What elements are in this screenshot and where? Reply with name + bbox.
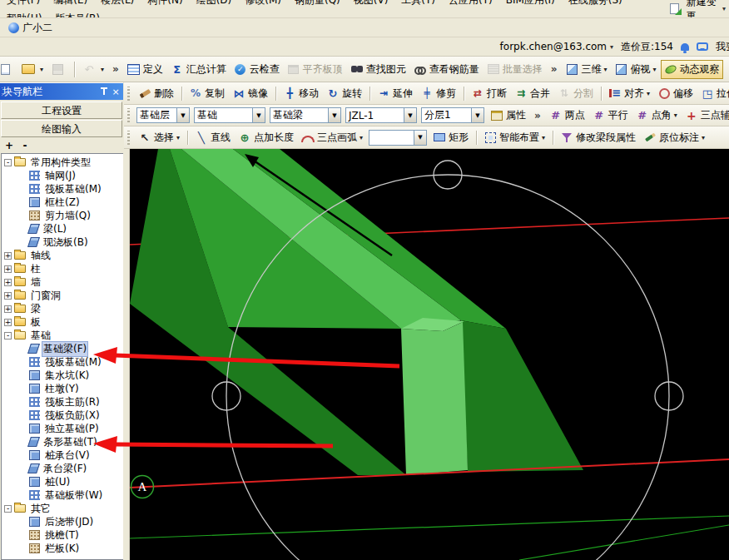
new-file-button[interactable] [0,61,17,77]
tree-item[interactable]: 框柱(Z) [2,196,123,209]
tree-item[interactable]: 后浇带(JD) [2,515,123,528]
tree-item[interactable]: 基础板带(W) [2,488,123,502]
tree-item[interactable]: 现浇板(B) [2,235,123,249]
edit-tool-button[interactable]: 打断 ▾ [468,84,510,103]
tree-expander-icon[interactable] [19,518,27,526]
tree-item[interactable]: 挑檐(T) [2,528,123,542]
tree-expander-icon[interactable] [19,212,27,220]
tree-item[interactable]: 梁(L) [2,222,123,235]
undo-button[interactable]: ▾ [79,61,107,77]
tree-item[interactable]: 栏板(K) [2,542,123,555]
drawing-viewport[interactable]: A [130,149,729,560]
menu-item[interactable]: 云应用(Y) [442,0,499,6]
toolbar-button[interactable]: 查找图元 ▾ [347,60,409,79]
tree-item[interactable]: 剪力墙(Q) [2,209,123,222]
menu-item[interactable]: 构件(N) [141,0,189,6]
view-mode-button[interactable]: 三维 ▾ [563,60,611,79]
menu-item[interactable]: 在线服务(S) [562,0,629,6]
axis-tool-button[interactable]: 两点 ▾ [546,106,588,125]
context-combo[interactable]: 基础 ▼ [194,107,265,123]
open-file-button[interactable]: ▾ [18,61,47,77]
bell-icon[interactable] [681,43,689,51]
edit-tool-button[interactable]: 合并 ▾ [511,84,553,103]
menu-item[interactable]: 绘图(D) [190,0,239,6]
context-combo[interactable]: 基础层 ▼ [136,107,190,123]
tree-item[interactable]: 条形基础(T) [2,435,123,448]
edit-tool-button[interactable]: 移动 ▾ [280,84,322,103]
view-mode-button[interactable]: 俯视 ▾ [612,60,660,79]
edit-tool-button[interactable]: 偏移 ▾ [654,84,697,103]
axis-tool-button[interactable]: 三点辅轴 ▾ [682,106,729,125]
tree-expander-icon[interactable] [19,465,27,473]
tree-expander-icon[interactable] [19,439,27,446]
combo-dropdown-button[interactable]: ▼ [471,108,484,122]
context-combo[interactable]: 基础梁 ▼ [270,107,341,123]
edit-tool-button[interactable]: 删除 ▾ [135,84,177,103]
properties-button[interactable]: 属性 [487,106,529,125]
drawing-canvas[interactable]: A [130,149,729,560]
tree-item[interactable]: + 柱 [2,262,123,275]
tree-expander-icon[interactable]: + [4,265,12,273]
tree-expander-icon[interactable] [19,359,27,366]
tree-item[interactable]: 桩承台(V) [2,448,123,462]
tree-expander-icon[interactable]: + [4,319,12,326]
edit-tool-button[interactable]: 修剪 ▾ [417,84,459,103]
tree-expander-icon[interactable] [19,372,27,379]
combo-dropdown-button[interactable]: ▼ [328,108,340,122]
tree-item[interactable]: 筏板主筋(R) [2,395,123,409]
toolbar-grip[interactable] [127,131,130,145]
tree-expander-icon[interactable] [19,492,27,499]
pin-icon[interactable] [98,86,110,97]
tree-item[interactable]: 轴网(J) [2,169,123,182]
toolbar-overflow-chevron[interactable]: » [547,63,562,75]
tree-expander-icon[interactable]: + [4,252,12,260]
draw-tool-button[interactable]: 点加长度 ▾ [235,128,297,147]
tree-expander-icon[interactable] [19,385,27,393]
tree-item[interactable]: 独立基础(P) [2,422,123,435]
credit-badge[interactable]: 造价豆:154 [621,40,673,54]
tree-expander-icon[interactable]: - [4,505,12,513]
menu-item[interactable]: 帮助(H) [0,12,48,19]
tree-expander-icon[interactable] [19,478,27,486]
menu-item[interactable]: 编辑(E) [47,0,94,6]
menu-item[interactable]: 楼层(L) [94,0,141,6]
toolbar-button[interactable]: 定义 ▾ [124,60,166,79]
navigation-mode-tab[interactable]: 绘图输入 [1,120,122,137]
axis-tool-button[interactable]: 点角 ▾ [632,106,681,125]
tree-expander-icon[interactable]: + [4,305,12,313]
draw-tool-button[interactable]: 修改梁段属性 ▾ [557,128,639,147]
edit-tool-button[interactable]: 对齐 ▾ [605,84,653,103]
tree-expander-icon[interactable] [19,452,27,459]
draw-tool-button[interactable]: 三点画弧 ▾ [298,128,366,147]
draw-tool-button[interactable]: 原位标注 ▾ [640,128,708,147]
tree-item[interactable]: 筏板基础(M) [2,355,123,369]
tree-item[interactable]: 桩(U) [2,475,123,488]
view-mode-button[interactable]: 动态观察 ▾ [661,60,723,79]
context-combo[interactable]: 分层1 ▼ [421,107,484,123]
message-icon[interactable] [697,42,708,51]
tree-item[interactable]: 柱墩(Y) [2,382,123,395]
tree-expander-icon[interactable] [19,532,27,539]
draw-tool-button[interactable]: 矩形 ▾ [429,128,472,147]
menu-item[interactable]: BIM应用(I) [499,0,562,6]
draw-tool-button[interactable]: 智能布置 ▾ [480,128,548,147]
tree-item[interactable]: + 门窗洞 [2,289,123,302]
edit-tool-button[interactable]: 旋转 ▾ [323,84,365,103]
context-combo[interactable]: JZL-1 ▼ [345,107,417,123]
tree-item[interactable]: 集水坑(K) [2,369,123,382]
help-link[interactable]: 我要 [716,40,729,54]
draw-tool-button[interactable]: 直线 ▾ [191,128,234,147]
tree-expander-icon[interactable]: - [4,159,12,166]
tree-expander-icon[interactable] [19,545,27,553]
menu-item[interactable]: 版本号(B) [48,12,107,19]
combo-dropdown-button[interactable]: ▼ [404,108,416,122]
tree-item[interactable]: 筏板负筋(X) [2,409,123,422]
toolbar-overflow-chevron[interactable]: » [108,63,123,75]
edit-tool-button[interactable]: 拉伸 ▾ [697,84,729,103]
tree-item[interactable]: 承台梁(F) [2,462,123,475]
tree-expander-icon[interactable] [19,239,27,246]
menu-item[interactable]: 修改(M) [238,0,288,6]
select-tool-button[interactable]: 选择 ▾ [135,128,183,147]
tree-item[interactable]: - 其它 [2,502,123,515]
tree-expander-icon[interactable] [19,199,27,206]
